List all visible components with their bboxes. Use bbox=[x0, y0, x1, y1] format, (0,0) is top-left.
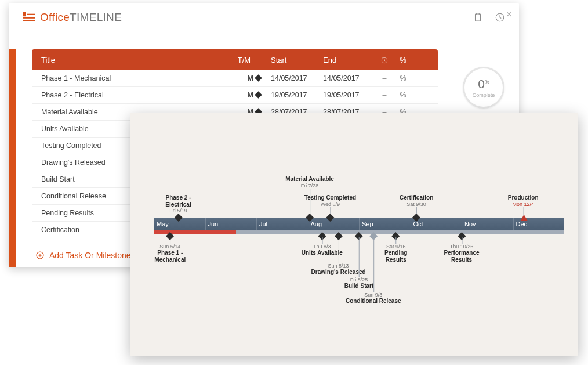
ms-name: Certification bbox=[400, 194, 433, 201]
svg-rect-0 bbox=[23, 12, 26, 16]
month-label: Jul bbox=[256, 218, 308, 230]
ms-name: Units Available bbox=[302, 250, 343, 256]
progress-label: Complete bbox=[473, 92, 495, 98]
ms-name: Production bbox=[508, 194, 539, 201]
progress-value: 0 bbox=[478, 77, 485, 91]
milestone-top: CertificationSat 9/30 bbox=[400, 194, 433, 207]
ms-date: Wed 8/9 bbox=[304, 201, 356, 207]
col-pct[interactable]: % bbox=[394, 56, 412, 64]
add-task-label: Add Task Or Milestone bbox=[49, 251, 131, 260]
milestone-bottom: Sat 9/16PendingResults bbox=[384, 244, 407, 263]
close-icon[interactable]: × bbox=[506, 9, 512, 20]
ms-date: Sat 9/16 bbox=[384, 244, 407, 250]
triangle-icon bbox=[520, 215, 527, 221]
milestone-top: Phase 2 -ElectricalFri 5/19 bbox=[165, 194, 191, 214]
connector bbox=[322, 237, 322, 244]
month-label: Sep bbox=[359, 218, 411, 230]
brand: OfficeTIMELINE bbox=[23, 11, 122, 24]
col-start[interactable]: Start bbox=[271, 56, 323, 64]
cell-title: Phase 2 - Electrical bbox=[41, 91, 233, 99]
ms-date: Fri 5/19 bbox=[165, 208, 191, 214]
ms-name: Drawing's Released bbox=[311, 269, 366, 276]
cell-tm: M bbox=[233, 74, 256, 82]
month-label: Aug bbox=[308, 218, 360, 230]
cell-marker bbox=[256, 91, 271, 99]
ms-date: Fri 7/28 bbox=[285, 183, 334, 189]
ms-date: Thu 8/3 bbox=[302, 244, 343, 250]
ms-name: Phase 2 -Electrical bbox=[165, 194, 191, 208]
milestone-bottom: Fri 8/25Build Start bbox=[344, 277, 374, 290]
ms-name: Phase 1 -Mechanical bbox=[154, 250, 186, 263]
ms-date: Sun 8/13 bbox=[311, 263, 366, 269]
table-row[interactable]: Phase 1 - MechanicalM14/05/201714/05/201… bbox=[32, 70, 438, 87]
table-row[interactable]: Phase 2 - ElectricalM19/05/201719/05/201… bbox=[32, 87, 438, 104]
ms-date: Fri 8/25 bbox=[344, 277, 374, 283]
milestone-top: Material AvailableFri 7/28 bbox=[285, 176, 334, 189]
ms-name: Testing Completed bbox=[304, 194, 356, 201]
month-label: Jun bbox=[205, 218, 257, 230]
connector bbox=[339, 237, 339, 263]
ms-name: PerformanceResults bbox=[444, 250, 479, 263]
progress-unit: % bbox=[485, 79, 489, 85]
diamond-icon bbox=[255, 91, 262, 99]
progress-circle: 0% Complete bbox=[463, 67, 504, 109]
svg-rect-2 bbox=[23, 17, 35, 19]
brand-icon bbox=[23, 12, 35, 23]
ms-date: Mon 12/4 bbox=[508, 201, 539, 207]
diamond-icon bbox=[255, 74, 262, 82]
ms-name: Build Start bbox=[344, 283, 374, 290]
col-title[interactable]: Title bbox=[41, 56, 233, 64]
milestone-bottom: Sun 5/14Phase 1 -Mechanical bbox=[154, 244, 186, 263]
progress: 0% Complete bbox=[459, 67, 509, 109]
brand-part1: Office bbox=[40, 11, 70, 23]
ms-date: Sun 9/3 bbox=[346, 292, 401, 298]
svg-rect-1 bbox=[27, 14, 35, 15]
connector bbox=[396, 237, 397, 244]
milestone-top: Testing CompletedWed 8/9 bbox=[304, 194, 356, 207]
cell-end: 19/05/2017 bbox=[323, 91, 375, 99]
ms-name: Conditional Release bbox=[346, 298, 401, 305]
history-icon[interactable] bbox=[495, 12, 505, 23]
ms-date: Sun 5/14 bbox=[154, 244, 186, 250]
milestone-top: ProductionMon 12/4 bbox=[508, 194, 539, 207]
col-end[interactable]: End bbox=[323, 56, 375, 64]
col-dur-icon[interactable] bbox=[375, 55, 394, 64]
ms-name: PendingResults bbox=[384, 250, 407, 263]
cell-title: Phase 1 - Mechanical bbox=[41, 74, 233, 82]
cell-dur: – bbox=[375, 91, 394, 99]
cell-start: 19/05/2017 bbox=[271, 91, 323, 99]
connector bbox=[373, 237, 374, 292]
col-tm[interactable]: T/M bbox=[233, 56, 256, 64]
cell-marker bbox=[256, 74, 271, 82]
milestone-bottom: Sun 9/3Conditional Release bbox=[346, 292, 401, 305]
accent-strip bbox=[9, 49, 16, 267]
cell-dur: – bbox=[375, 74, 394, 82]
cell-end: 14/05/2017 bbox=[323, 74, 375, 82]
month-label: Nov bbox=[462, 218, 513, 230]
cell-tm: M bbox=[233, 91, 256, 99]
milestone-bottom: Thu 10/26PerformanceResults bbox=[444, 244, 479, 263]
timeline-preview: MayJunJulAugSepOctNovDecPhase 2 -Electri… bbox=[130, 113, 578, 356]
add-task-button[interactable]: Add Task Or Milestone bbox=[35, 251, 131, 260]
cell-start: 14/05/2017 bbox=[271, 74, 323, 82]
brand-part2: TIMELINE bbox=[70, 11, 122, 23]
svg-rect-3 bbox=[23, 20, 35, 21]
ms-date: Thu 10/26 bbox=[444, 244, 479, 250]
connector bbox=[462, 237, 462, 244]
header: OfficeTIMELINE bbox=[9, 3, 519, 27]
ms-date: Sat 9/30 bbox=[400, 201, 433, 207]
cell-pct: % bbox=[394, 74, 412, 82]
milestone-bottom: Sun 8/13Drawing's Released bbox=[311, 263, 366, 276]
connector bbox=[170, 237, 170, 244]
plus-circle-icon bbox=[35, 251, 45, 260]
ms-name: Material Available bbox=[285, 176, 334, 183]
cell-pct: % bbox=[394, 91, 412, 99]
milestone-bottom: Thu 8/3Units Available bbox=[302, 244, 343, 256]
clipboard-icon[interactable] bbox=[473, 12, 483, 23]
table-header: Title T/M Start End % bbox=[32, 49, 438, 70]
connector bbox=[359, 237, 360, 277]
